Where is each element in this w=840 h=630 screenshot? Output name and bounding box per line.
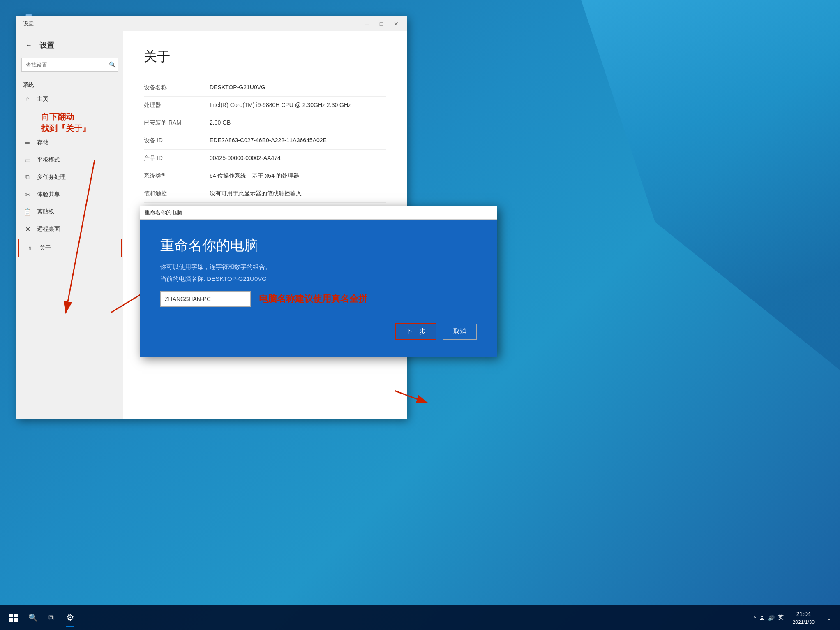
next-step-button[interactable]: 下一步 — [395, 323, 436, 340]
info-row-ram: 已安装的 RAM 2.00 GB — [144, 114, 386, 132]
taskbar-settings-item[interactable]: ⚙ — [60, 607, 81, 628]
cancel-button[interactable]: 取消 — [443, 324, 477, 340]
tray-volume-icon[interactable]: 🔊 — [768, 615, 775, 621]
taskbar-right: ^ 🖧 🔊 英 21:04 2021/1/30 🗨 — [750, 607, 837, 628]
sidebar-item-home-label: 主页 — [37, 95, 48, 103]
rename-dialog: 重命名你的电脑 重命名你的电脑 你可以使用字母，连字符和数字的组合。 当前的电脑… — [140, 206, 497, 357]
value-processor: Intel(R) Core(TM) i9-9880H CPU @ 2.30GHz… — [210, 102, 386, 108]
maximize-button[interactable]: □ — [374, 16, 389, 31]
settings-titlebar: 设置 ─ □ ✕ — [16, 16, 407, 31]
rename-dialog-body: 重命名你的电脑 你可以使用字母，连字符和数字的组合。 当前的电脑名称: DESK… — [140, 220, 497, 357]
value-device-name: DESKTOP-G21U0VG — [210, 84, 386, 90]
rename-dialog-current-name: 当前的电脑名称: DESKTOP-G21U0VG — [160, 275, 477, 283]
sidebar-item-multitask[interactable]: ⧉ 多任务处理 — [16, 169, 123, 186]
sidebar-item-storage[interactable]: ━ 存储 — [16, 134, 123, 151]
label-processor: 处理器 — [144, 102, 210, 109]
rename-dialog-description: 你可以使用字母，连字符和数字的组合。 — [160, 263, 477, 271]
sidebar-item-home[interactable]: ⌂ 主页 — [16, 90, 123, 108]
sidebar-item-tablet-label: 平板模式 — [37, 156, 60, 164]
tray-lang-icon[interactable]: 英 — [778, 614, 784, 621]
label-ram: 已安装的 RAM — [144, 119, 210, 127]
sidebar-item-experience-label: 体验共享 — [37, 191, 60, 198]
rename-input-area: 电脑名称建议使用真名全拼 — [160, 291, 477, 307]
search-input[interactable] — [21, 58, 118, 72]
sidebar-header: ← 设置 — [16, 35, 123, 58]
label-system-type: 系统类型 — [144, 172, 210, 180]
experience-icon: ✂ — [23, 190, 32, 199]
taskview-icon: ⧉ — [48, 614, 54, 622]
search-icon: 🔍 — [28, 613, 37, 622]
info-row-pen: 笔和触控 没有可用于此显示器的笔或触控输入 — [144, 185, 386, 203]
new-computer-name-input[interactable] — [160, 291, 251, 307]
settings-sidebar: ← 设置 🔍 系统 ⌂ 主页 向下翻动 找到『关于』 ━ 存储 — [16, 31, 123, 419]
value-product-id: 00425-00000-00002-AA474 — [210, 155, 386, 161]
taskbar-search-button[interactable]: 🔍 — [24, 609, 42, 627]
rename-dialog-heading: 重命名你的电脑 — [160, 236, 477, 255]
taskbar-tray: ^ 🖧 🔊 英 — [750, 614, 787, 621]
tablet-icon: ▭ — [23, 155, 32, 164]
clock-date: 2021/1/30 — [793, 618, 815, 626]
label-product-id: 产品 ID — [144, 155, 210, 162]
value-device-id: EDE2A863-C027-46B0-A222-11A36645A02E — [210, 137, 386, 144]
settings-titlebar-title: 设置 — [20, 20, 34, 28]
sidebar-item-remote[interactable]: ✕ 远程桌面 — [16, 220, 123, 238]
sidebar-item-about[interactable]: ℹ 关于 — [18, 239, 122, 257]
sidebar-item-multitask-label: 多任务处理 — [37, 174, 66, 181]
taskbar-taskview-button[interactable]: ⧉ — [42, 609, 60, 627]
tray-network-icon[interactable]: 🖧 — [759, 615, 765, 621]
label-device-id: 设备 ID — [144, 137, 210, 144]
about-icon: ℹ — [25, 243, 35, 252]
notification-button[interactable]: 🗨 — [820, 607, 837, 628]
notification-icon: 🗨 — [825, 614, 832, 621]
sidebar-item-about-label: 关于 — [39, 244, 51, 252]
info-row-processor: 处理器 Intel(R) Core(TM) i9-9880H CPU @ 2.3… — [144, 97, 386, 114]
svg-rect-13 — [14, 614, 18, 617]
sidebar-item-experience[interactable]: ✂ 体验共享 — [16, 186, 123, 203]
sidebar-item-clipboard[interactable]: 📋 剪贴板 — [16, 203, 123, 220]
main-page-title: 关于 — [144, 48, 386, 66]
sidebar-title: 设置 — [39, 40, 54, 50]
rename-dialog-title-text: 重命名你的电脑 — [145, 209, 182, 216]
sidebar-item-tablet[interactable]: ▭ 平板模式 — [16, 151, 123, 169]
close-button[interactable]: ✕ — [389, 16, 404, 31]
label-device-name: 设备名称 — [144, 84, 210, 91]
rename-dialog-footer: 下一步 取消 — [160, 319, 477, 340]
value-ram: 2.00 GB — [210, 119, 386, 126]
svg-rect-15 — [14, 618, 18, 622]
system-section-label: 系统 — [16, 78, 123, 90]
value-system-type: 64 位操作系统，基于 x64 的处理器 — [210, 172, 386, 180]
info-row-device-id: 设备 ID EDE2A863-C027-46B0-A222-11A36645A0… — [144, 132, 386, 150]
storage-icon: ━ — [23, 138, 32, 147]
back-button[interactable]: ← — [23, 39, 35, 51]
sidebar-item-storage-label: 存储 — [37, 139, 48, 146]
settings-gear-icon: ⚙ — [66, 612, 74, 623]
clock-time: 21:04 — [793, 610, 815, 618]
search-box: 🔍 — [21, 58, 118, 72]
search-button[interactable]: 🔍 — [109, 61, 116, 68]
svg-rect-14 — [9, 618, 13, 622]
background-decoration — [470, 0, 840, 370]
info-row-device-name: 设备名称 DESKTOP-G21U0VG — [144, 79, 386, 97]
taskbar: 🔍 ⧉ ⚙ ^ 🖧 🔊 英 21:04 2021/1/30 🗨 — [0, 605, 840, 630]
taskbar-clock[interactable]: 21:04 2021/1/30 — [789, 610, 819, 626]
start-button[interactable] — [3, 607, 24, 628]
label-pen: 笔和触控 — [144, 190, 210, 197]
info-row-product-id: 产品 ID 00425-00000-00002-AA474 — [144, 150, 386, 167]
rename-dialog-titlebar: 重命名你的电脑 — [140, 206, 497, 220]
rename-input-hint-text: 电脑名称建议使用真名全拼 — [259, 293, 367, 305]
tray-up-arrow[interactable]: ^ — [754, 615, 756, 621]
multitask-icon: ⧉ — [23, 173, 32, 182]
remote-icon: ✕ — [23, 225, 32, 234]
clipboard-icon: 📋 — [23, 207, 32, 216]
value-pen: 没有可用于此显示器的笔或触控输入 — [210, 190, 386, 197]
sidebar-item-remote-label: 远程桌面 — [37, 225, 60, 233]
start-icon — [9, 613, 18, 623]
sidebar-item-clipboard-label: 剪贴板 — [37, 208, 54, 215]
info-rows: 设备名称 DESKTOP-G21U0VG 处理器 Intel(R) Core(T… — [144, 79, 386, 203]
svg-rect-12 — [9, 614, 13, 617]
info-row-system-type: 系统类型 64 位操作系统，基于 x64 的处理器 — [144, 167, 386, 185]
home-icon: ⌂ — [23, 95, 32, 104]
minimize-button[interactable]: ─ — [359, 16, 374, 31]
